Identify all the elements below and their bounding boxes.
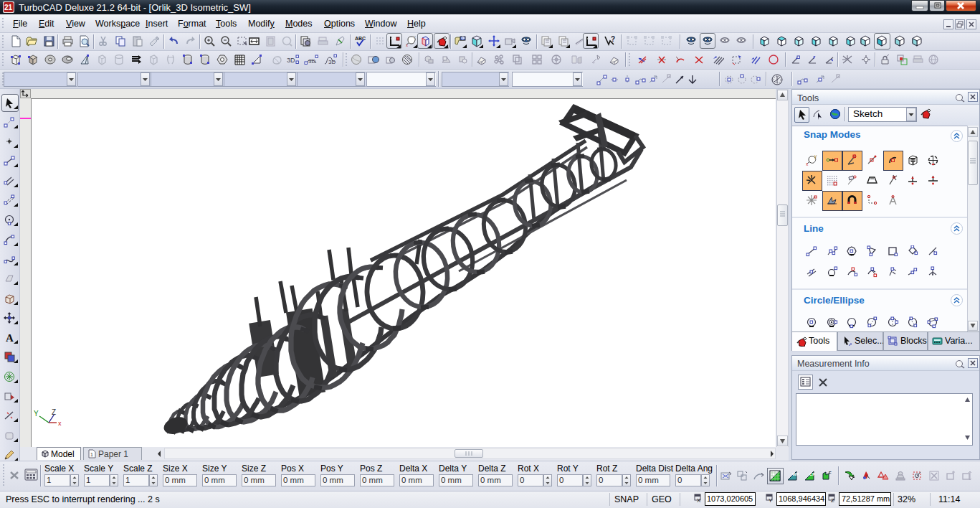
svg-text:3D: 3D (287, 57, 295, 64)
svg-text:3D: 3D (308, 58, 315, 65)
svg-text:Y: Y (769, 497, 773, 504)
svg-text:21: 21 (4, 4, 13, 11)
svg-text:y: y (414, 35, 416, 39)
svg-text:x: x (806, 161, 809, 166)
svg-text:WP: WP (792, 472, 799, 476)
svg-text:1: 1 (90, 452, 93, 457)
svg-text:ABC: ABC (355, 36, 366, 41)
svg-text:Z: Z (831, 497, 834, 504)
svg-text:x: x (58, 420, 62, 427)
svg-text:3D: 3D (328, 59, 336, 65)
svg-text:x: x (406, 43, 408, 47)
svg-text:Z: Z (52, 408, 56, 416)
svg-text:CP: CP (809, 472, 815, 476)
svg-text:X: X (697, 497, 701, 504)
svg-text:F: F (829, 471, 832, 475)
svg-text:?: ? (611, 35, 615, 43)
svg-text:A: A (6, 332, 14, 343)
svg-text:Y: Y (34, 410, 39, 418)
